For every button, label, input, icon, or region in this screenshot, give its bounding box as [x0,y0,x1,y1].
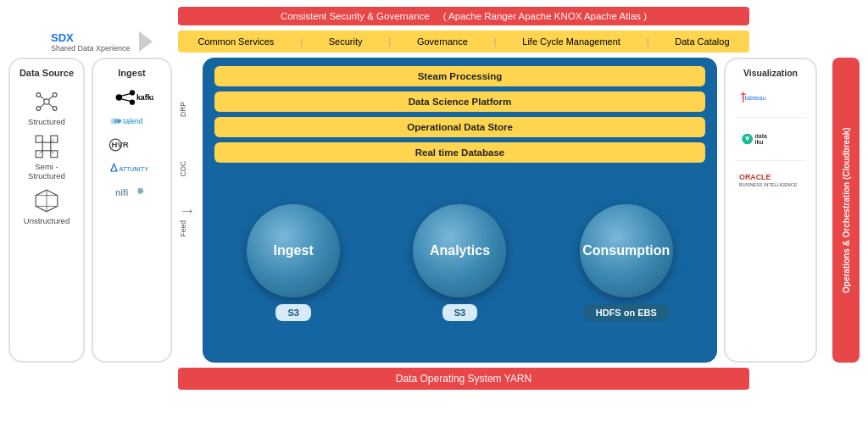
svg-rect-10 [36,136,42,142]
svg-point-0 [44,99,49,104]
svg-text:nifi: nifi [115,188,129,197]
svg-point-22 [115,94,122,101]
svg-text:ATTUNITY: ATTUNITY [119,165,148,173]
data-source-panel: Data Source Structured [8,58,85,363]
kafka-item: kafka [111,88,153,107]
hvr-icon: HVR [108,136,155,154]
hvr-item: HVR [108,136,155,154]
structured-label: Structured [28,117,65,126]
consumption-circle: Consumption [580,204,673,297]
svg-text:data: data [755,133,768,139]
security-tools: ( Apache Ranger Apache KNOX Apache Atlas… [443,11,647,21]
operational-data-bar: Operational Data Store [214,117,705,137]
sdx-services-bar: Common Services | Security | Governance … [178,30,749,53]
feed-label: Feed [179,220,189,236]
yarn-label: Data Operating System YARN [396,373,531,385]
svg-line-25 [121,94,130,97]
svg-text:kafka: kafka [136,93,153,102]
sdx-row: SDX Shared Data Xperience Common Service… [51,30,749,53]
consumption-circle-item: Consumption HDFS on EBS [580,204,673,321]
sdx-title: SDX [51,31,131,44]
svg-line-7 [41,103,45,107]
consumption-badge: HDFS on EBS [584,304,669,321]
kafka-icon: kafka [111,88,153,107]
service-catalog: Data Catalog [675,36,729,47]
svg-line-8 [48,103,53,107]
svg-text:HVR: HVR [111,140,128,149]
svg-point-23 [129,90,134,95]
analytics-circle: Analytics [413,204,506,297]
attunity-icon: ATTUNITY [107,161,158,176]
security-title: Consistent Security & Governance [281,11,430,21]
tableau-icon: +tableau [741,85,800,108]
semi-structured-icon [33,133,60,160]
talend-icon: talend [108,114,155,129]
sdx-subtitle: Shared Data Xperience [51,44,131,53]
ops-label: Operations & Orchestration (Cloudbreak) [841,127,852,293]
nifi-item: nifi [115,183,149,202]
attunity-item: ATTUNITY [107,161,158,176]
analytics-circle-item: Analytics S3 [413,204,506,321]
oracle-item: ORACLE BUSINESS INTELLIGENCE [739,169,803,195]
main-container: Consistent Security & Governance ( Apach… [0,0,868,427]
svg-text:BUSINESS INTELLIGENCE: BUSINESS INTELLIGENCE [739,182,798,187]
ingest-title: Ingest [118,68,145,78]
viz-panel: Visualization +tableau data iku [724,58,817,363]
structured-item: Structured [28,88,65,126]
divider1 [737,117,805,118]
arrow-icon: → [179,201,196,220]
center-panel: Steam Processing Data Science Platform O… [203,58,717,363]
sep4: | [647,36,649,47]
drp-label: DRP [179,102,189,117]
svg-text:ORACLE: ORACLE [739,173,771,181]
top-security-bar: Consistent Security & Governance ( Apach… [178,7,749,25]
svg-line-6 [48,97,53,100]
ingest-circle-item: Ingest S3 [247,204,340,321]
nifi-icon: nifi [115,183,149,202]
divider2 [737,160,805,161]
svg-line-5 [41,97,45,100]
circles-row: Ingest S3 Analytics S3 Consumption HDFS … [214,171,705,354]
analytics-badge: S3 [442,304,477,321]
sep3: | [494,36,497,47]
visualization-panel: Visualization +tableau data iku [724,58,826,363]
talend-item: talend [108,114,155,129]
ingest-badge: S3 [275,304,310,321]
unstructured-item: Unstructured [24,187,70,225]
service-security: Security [329,36,363,47]
svg-marker-34 [110,164,116,171]
data-source-title: Data Source [19,68,74,78]
oracle-icon: ORACLE BUSINESS INTELLIGENCE [739,169,803,195]
bottom-yarn-bar: Data Operating System YARN [178,368,749,390]
svg-point-1 [36,93,41,97]
svg-point-4 [53,107,57,111]
sdx-arrow-icon [139,31,153,52]
service-lifecycle: Life Cycle Management [522,36,620,47]
operations-bar: Operations & Orchestration (Cloudbreak) [832,58,860,363]
sep1: | [300,36,303,47]
dataiku-icon: data iku [741,126,800,152]
content-row: Data Source Structured [8,58,860,363]
ingest-panel: Ingest kafka talend [92,58,172,363]
service-common: Common Services [198,36,274,47]
svg-text:talend: talend [123,117,143,125]
sdx-info: SDX Shared Data Xperience [51,31,131,53]
unstructured-label: Unstructured [24,216,70,225]
sep2: | [388,36,391,47]
sdx-label: SDX Shared Data Xperience [51,31,178,53]
tableau-item: +tableau [741,85,800,108]
semi-structured-item: Semi - Structured [17,133,76,180]
dataiku-item: data iku [741,126,800,152]
svg-rect-9 [42,142,51,151]
realtime-db-bar: Real time Database [214,142,705,163]
svg-text:+tableau: +tableau [741,94,766,102]
svg-point-24 [129,100,134,105]
structured-icon [33,88,60,115]
svg-point-3 [36,107,41,111]
semi-structured-label: Semi - Structured [17,162,76,180]
svg-point-2 [53,93,57,97]
svg-point-30 [117,119,121,124]
data-science-bar: Data Science Platform [214,92,705,112]
unstructured-icon [33,187,60,214]
service-governance: Governance [417,36,468,47]
